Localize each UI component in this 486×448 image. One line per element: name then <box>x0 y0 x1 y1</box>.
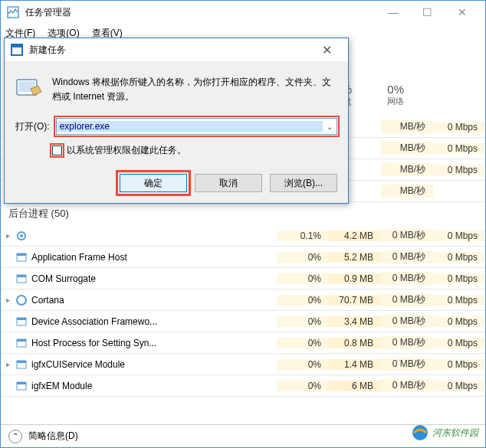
cpu-cell: 0% <box>277 316 329 327</box>
window-title: 任务管理器 <box>25 6 376 19</box>
disk-cell: 0 MB/秒 <box>381 272 433 285</box>
admin-checkbox-label: 以系统管理权限创建此任务。 <box>67 144 186 157</box>
net-cell: 0 Mbps <box>433 252 485 263</box>
dialog-close-button[interactable]: ✕ <box>311 39 342 60</box>
process-icon <box>15 358 28 371</box>
cpu-cell: 0% <box>277 381 329 391</box>
mem-cell: 5.2 MB <box>329 252 381 263</box>
expand-icon[interactable]: ▸ <box>1 360 15 368</box>
cancel-button[interactable]: 取消 <box>195 174 262 192</box>
mem-cell: 6 MB <box>329 381 381 391</box>
mem-cell: 4.2 MB <box>329 231 381 241</box>
process-name: Device Association Framewo... <box>28 316 277 327</box>
process-icon <box>15 380 28 392</box>
mem-cell: 0.9 MB <box>329 273 381 284</box>
net-label: 网络 <box>358 96 404 107</box>
ok-button[interactable]: 确定 <box>120 174 187 192</box>
cpu-cell: 0% <box>277 273 329 284</box>
disk-cell: 0 MB/秒 <box>381 358 433 371</box>
browse-button[interactable]: 浏览(B)... <box>270 174 337 192</box>
process-icon <box>15 316 28 328</box>
main-titlebar: 任务管理器 — ☐ ✕ <box>1 1 485 24</box>
open-input-value[interactable]: explorer.exe <box>57 121 323 132</box>
expand-icon[interactable]: ▸ <box>1 296 15 304</box>
dialog-message: Windows 将根据你所键入的名称，为你打开相应的程序、文件夹、文档或 Int… <box>52 75 337 104</box>
open-combobox[interactable]: explorer.exe ⌄ <box>56 118 337 135</box>
watermark-logo <box>411 423 429 442</box>
svg-rect-6 <box>17 275 26 277</box>
table-row[interactable]: COM Surrogate0%0.9 MB0 MB/秒0 Mbps <box>1 268 485 289</box>
table-row[interactable]: igfxEM Module0%6 MB0 MB/秒0 Mbps <box>1 375 485 397</box>
minimize-button[interactable]: — <box>376 2 410 23</box>
process-name: COM Surrogate <box>28 273 277 284</box>
cpu-cell: 0% <box>277 252 329 263</box>
svg-rect-11 <box>17 339 26 342</box>
new-task-dialog: 新建任务 ✕ Windows 将根据你所键入的名称，为你打开相应的程序、文件夹、… <box>4 38 349 204</box>
disk-cell: 0 MB/秒 <box>381 379 433 392</box>
mem-cell: 3.4 MB <box>329 316 381 327</box>
disk-cell: 0 MB/秒 <box>381 293 433 306</box>
close-button[interactable]: ✕ <box>445 2 479 23</box>
table-row[interactable]: Device Association Framewo...0%3.4 MB0 M… <box>1 311 485 332</box>
svg-rect-4 <box>17 253 26 256</box>
table-row[interactable]: Application Frame Host0%5.2 MB0 MB/秒0 Mb… <box>1 247 485 268</box>
net-cell: 0 Mbps <box>433 381 485 391</box>
watermark: 河东软件园 <box>411 423 478 442</box>
table-row[interactable]: ▸0.1%4.2 MB0 MB/秒0 Mbps <box>1 225 485 247</box>
svg-rect-9 <box>17 318 26 320</box>
dialog-title: 新建任务 <box>29 44 311 57</box>
net-cell: 0 Mbps <box>433 316 485 327</box>
mem-cell: 0.8 MB <box>329 338 381 348</box>
mem-cell: 1.4 MB <box>329 359 381 370</box>
category-background[interactable]: 后台进程 (50) <box>1 202 485 225</box>
svg-rect-15 <box>17 382 26 384</box>
net-cell: 0 Mbps <box>433 231 485 241</box>
disk-cell: 0 MB/秒 <box>381 250 433 263</box>
net-pct: 0% <box>358 83 404 96</box>
cpu-cell: 0% <box>277 295 329 306</box>
disk-cell: 0 MB/秒 <box>381 315 433 328</box>
open-label: 打开(O): <box>15 120 50 133</box>
cpu-cell: 0% <box>277 359 329 370</box>
admin-checkbox[interactable] <box>52 146 62 155</box>
process-icon <box>15 251 28 263</box>
cpu-cell: 0% <box>277 338 329 348</box>
process-icon <box>15 294 28 306</box>
mem-cell: 70.7 MB <box>329 295 381 306</box>
net-cell: 0 Mbps <box>433 359 485 370</box>
table-row[interactable]: Host Process for Setting Syn...0%0.8 MB0… <box>1 332 485 354</box>
run-dialog-icon <box>11 44 23 56</box>
chevron-down-icon[interactable]: ⌄ <box>323 123 337 131</box>
table-row[interactable]: ▸Cortana0%70.7 MB0 MB/秒0 Mbps <box>1 289 485 311</box>
net-cell: 0 Mbps <box>433 273 485 284</box>
svg-rect-18 <box>12 45 21 47</box>
process-icon <box>15 337 28 349</box>
process-icon <box>15 273 28 285</box>
cpu-cell: 0.1% <box>277 231 329 241</box>
brief-info-link[interactable]: 简略信息(D) <box>28 430 78 443</box>
process-name: Cortana <box>28 295 277 306</box>
svg-rect-13 <box>17 361 26 363</box>
expand-icon[interactable]: ▸ <box>1 231 15 240</box>
maximize-button[interactable]: ☐ <box>410 2 445 23</box>
disk-cell: 0 MB/秒 <box>381 336 433 349</box>
process-icon <box>15 230 28 242</box>
table-row[interactable]: ▸igfxCUIService Module0%1.4 MB0 MB/秒0 Mb… <box>1 354 485 375</box>
process-name: Host Process for Setting Syn... <box>28 338 277 348</box>
svg-point-2 <box>20 234 23 237</box>
svg-point-7 <box>17 296 26 305</box>
net-cell: 0 Mbps <box>433 338 485 348</box>
run-icon <box>15 75 43 103</box>
process-name: Application Frame Host <box>28 252 277 263</box>
taskmgr-icon <box>7 6 19 18</box>
net-cell: 0 Mbps <box>433 295 485 306</box>
chevron-up-icon[interactable]: ⌃ <box>8 430 22 443</box>
process-name: igfxCUIService Module <box>28 359 277 370</box>
disk-cell: 0 MB/秒 <box>381 229 433 242</box>
process-name: igfxEM Module <box>28 381 277 391</box>
